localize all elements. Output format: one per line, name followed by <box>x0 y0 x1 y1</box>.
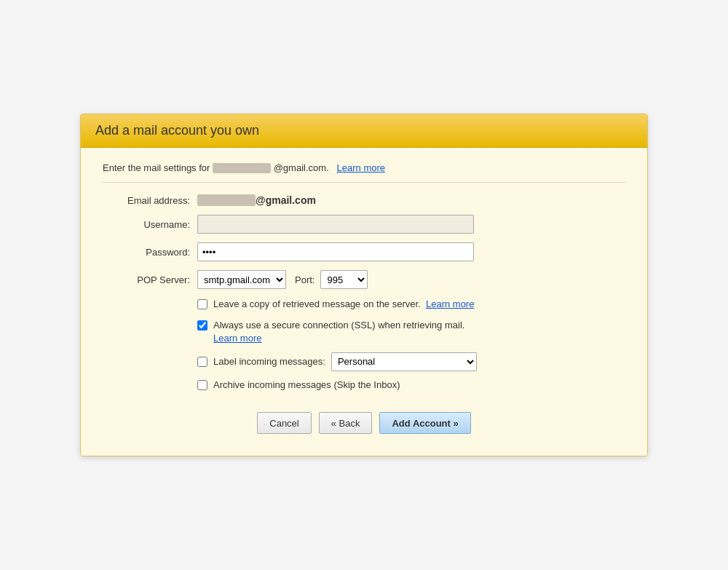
pop-server-label: POP Server: <box>117 274 197 285</box>
label-select[interactable]: Personal Work Family Friends <box>331 352 477 371</box>
pop-server-select[interactable]: smtp.gmail.com <box>197 270 286 289</box>
form-area: Email address: @gmail.com Username: Pass… <box>103 194 625 289</box>
checkbox2-input[interactable] <box>197 320 207 330</box>
dialog-header: Add a mail account you own <box>81 114 647 148</box>
subtitle-email-domain: @gmail.com. <box>274 162 329 173</box>
email-row: Email address: @gmail.com <box>117 194 625 206</box>
email-label: Email address: <box>117 195 197 206</box>
add-account-button[interactable]: Add Account » <box>379 412 470 434</box>
button-row: Cancel « Back Add Account » <box>103 412 625 434</box>
checkbox4-row: Archive incoming messages (Skip the Inbo… <box>197 379 625 392</box>
checkbox1-input[interactable] <box>197 299 207 309</box>
password-label: Password: <box>117 247 197 258</box>
checkbox4-text: Archive incoming messages (Skip the Inbo… <box>213 379 400 392</box>
password-input[interactable] <box>197 242 474 261</box>
dialog-title: Add a mail account you own <box>95 123 633 138</box>
back-button[interactable]: « Back <box>319 412 373 434</box>
port-select[interactable]: 995 110 <box>320 270 368 289</box>
username-input[interactable] <box>197 215 474 234</box>
email-username-redacted <box>197 194 256 206</box>
checkbox1-learn-more-link[interactable]: Learn more <box>426 298 474 309</box>
checkbox1-row: Leave a copy of retrieved message on the… <box>197 298 625 311</box>
username-label: Username: <box>117 219 197 230</box>
checkbox2-learn-more-link[interactable]: Learn more <box>213 333 261 344</box>
username-row: Username: <box>117 215 625 234</box>
checkbox4-input[interactable] <box>197 380 207 390</box>
email-domain-text: @gmail.com <box>256 194 316 206</box>
checkboxes-section: Leave a copy of retrieved message on the… <box>197 298 625 392</box>
checkbox2-row: Always use a secure connection (SSL) whe… <box>197 319 625 345</box>
subtitle-email-redacted <box>213 163 271 173</box>
subtitle-learn-more-link[interactable]: Learn more <box>337 162 385 173</box>
checkbox2-text: Always use a secure connection (SSL) whe… <box>213 319 464 345</box>
pop-server-row: POP Server: smtp.gmail.com Port: 995 110 <box>117 270 625 289</box>
checkbox3-input[interactable] <box>197 357 207 367</box>
checkbox3-text: Label incoming messages: <box>213 356 325 367</box>
dialog-body: Enter the mail settings for @gmail.com. … <box>81 148 647 456</box>
port-label: Port: <box>295 274 314 285</box>
subtitle-row: Enter the mail settings for @gmail.com. … <box>103 162 625 183</box>
subtitle-prefix: Enter the mail settings for <box>103 162 210 173</box>
cancel-button[interactable]: Cancel <box>257 412 311 434</box>
checkbox1-text: Leave a copy of retrieved message on the… <box>213 298 474 311</box>
dialog-container: Add a mail account you own Enter the mai… <box>80 114 648 456</box>
email-display: @gmail.com <box>197 194 316 206</box>
checkbox3-row: Label incoming messages: Personal Work F… <box>197 352 625 371</box>
password-row: Password: <box>117 242 625 261</box>
